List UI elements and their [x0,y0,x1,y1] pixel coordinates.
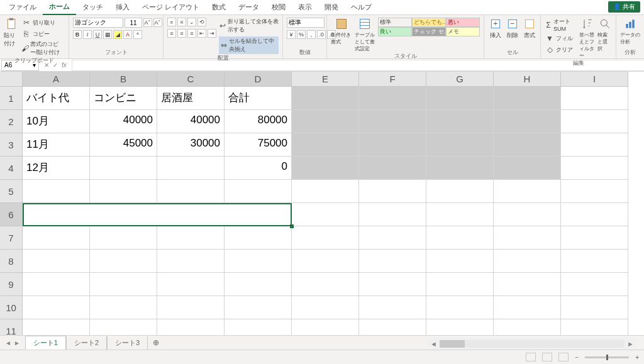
cell-I1[interactable] [561,87,628,110]
cell-B6[interactable] [90,203,157,226]
cell-E3[interactable] [292,133,359,157]
cell-I10[interactable] [561,296,628,319]
cell-C6[interactable] [157,203,225,226]
cell-A4[interactable]: 12月 [23,157,90,180]
cell-F10[interactable] [359,296,426,319]
cell-E5[interactable] [292,180,359,203]
cell-A1[interactable]: バイト代 [23,87,90,110]
cell-H2[interactable] [494,110,561,133]
cell-F5[interactable] [359,180,426,203]
delete-cells-button[interactable]: −削除 [505,18,519,40]
font-name-select[interactable] [73,18,123,28]
cell-A9[interactable] [23,273,90,296]
cell-C2[interactable]: 40000 [157,110,225,133]
scroll-left-icon[interactable]: ◄ [428,340,440,348]
cell-B1[interactable]: コンビニ [90,87,157,110]
cell-I2[interactable] [561,110,628,133]
cell-I9[interactable] [561,273,628,296]
cell-E9[interactable] [292,273,359,296]
cell-B8[interactable] [90,250,157,273]
cell-H5[interactable] [494,180,561,203]
cell-E7[interactable] [292,226,359,250]
sheet-tab-1[interactable]: シート1 [25,336,66,350]
row-header-2[interactable]: 2 [0,110,23,133]
zoom-slider[interactable] [585,356,629,358]
cell-B4[interactable] [90,157,157,180]
cell-F2[interactable] [359,110,426,133]
view-page-layout-button[interactable] [542,353,552,361]
cell-I8[interactable] [561,250,628,273]
align-bottom-button[interactable]: ⌄ [187,18,196,26]
tab-home[interactable]: ホーム [43,0,76,15]
cell-D8[interactable] [225,250,292,273]
sheet-tab-3[interactable]: シート3 [107,336,148,350]
cell-B9[interactable] [90,273,157,296]
orientation-button[interactable]: ⟲ [197,18,206,26]
cell-G1[interactable] [426,87,494,110]
cut-button[interactable]: ✂切り取り [21,18,65,28]
copy-button[interactable]: ⎘コピー [21,29,65,39]
cell-H6[interactable] [494,203,561,226]
fill-handle[interactable] [290,224,294,228]
align-left-button[interactable]: ≡ [167,29,176,38]
zoom-out-button[interactable]: − [575,354,579,361]
col-header-D[interactable]: D [225,72,292,87]
cell-F8[interactable] [359,250,426,273]
cell-F9[interactable] [359,273,426,296]
row-header-6[interactable]: 6 [0,203,23,226]
analyze-data-button[interactable]: データの分析 [620,18,640,45]
cell-E1[interactable] [292,87,359,110]
zoom-in-button[interactable]: + [635,354,639,361]
style-bad[interactable]: 悪い [446,18,480,27]
row-header-5[interactable]: 5 [0,180,23,203]
format-painter-button[interactable]: 🖌書式のコピー/貼り付け [21,40,65,57]
tab-insert[interactable]: 挿入 [109,0,136,14]
format-as-table-button[interactable]: テーブルとして書式設定 [355,18,376,52]
cell-B10[interactable] [90,296,157,319]
cell-A5[interactable] [23,180,90,203]
cell-F7[interactable] [359,226,426,250]
sort-filter-button[interactable]: 並べ替えとフィルター [579,18,596,59]
select-all-corner[interactable] [0,72,23,87]
cell-D9[interactable] [225,273,292,296]
fill-button[interactable]: ▼フィル [545,33,577,43]
cell-A3[interactable]: 11月 [23,133,90,157]
cell-A8[interactable] [23,250,90,273]
font-color-button[interactable]: A [123,30,132,39]
col-header-E[interactable]: E [292,72,359,87]
cell-B3[interactable]: 45000 [90,133,157,157]
cell-A6[interactable] [23,203,90,226]
conditional-format-button[interactable]: 条件付き書式 [331,18,352,45]
cell-C4[interactable] [157,157,225,180]
cell-G6[interactable] [426,203,494,226]
merge-center-button[interactable]: ⇔セルを結合して中央揃え [219,36,279,54]
clear-button[interactable]: ◇クリア [545,45,577,55]
fill-color-button[interactable]: ◢ [113,30,122,39]
cell-I5[interactable] [561,180,628,203]
cell-D10[interactable] [225,296,292,319]
cell-G9[interactable] [426,273,494,296]
cell-E10[interactable] [292,296,359,319]
font-size-select[interactable] [125,18,142,28]
increase-font-button[interactable]: A˄ [143,18,152,27]
cell-G2[interactable] [426,110,494,133]
style-neutral[interactable]: どちらでも... [412,18,446,27]
tab-file[interactable]: ファイル [3,0,43,14]
cell-D6[interactable] [225,203,292,226]
comma-button[interactable]: , [307,30,316,39]
tab-review[interactable]: 校閲 [265,0,292,14]
indent-inc-button[interactable]: ⇥ [208,29,216,38]
cell-C1[interactable]: 居酒屋 [157,87,225,110]
add-sheet-button[interactable]: ⊕ [148,336,164,349]
cell-H10[interactable] [494,296,561,319]
tab-data[interactable]: データ [232,0,265,14]
phonetic-button[interactable]: ᴬ [133,30,142,39]
insert-cells-button[interactable]: +挿入 [488,18,502,40]
cell-E4[interactable] [292,157,359,180]
cell-D5[interactable] [225,180,292,203]
cell-C3[interactable]: 30000 [157,133,225,157]
number-format-select[interactable] [287,18,325,28]
cell-D7[interactable] [225,226,292,250]
sheet-nav-next-icon[interactable]: ► [14,339,20,346]
row-header-1[interactable]: 1 [0,87,23,110]
